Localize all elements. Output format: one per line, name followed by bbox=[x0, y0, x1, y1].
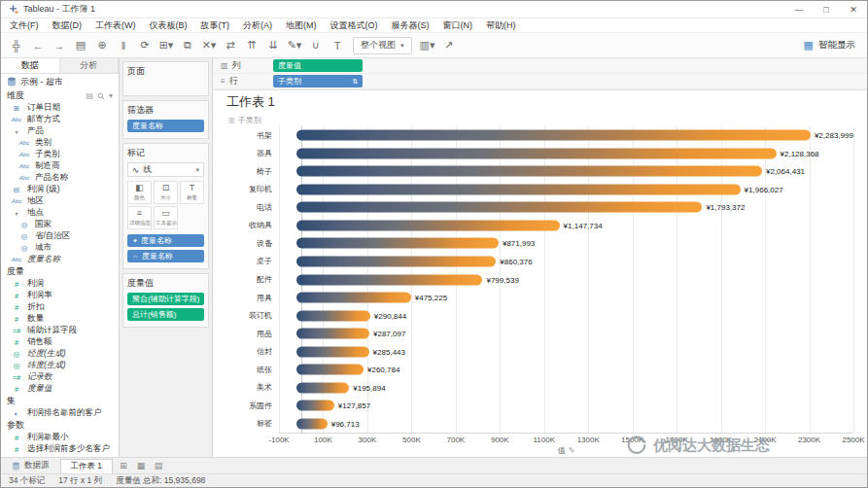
sidebar-tab[interactable]: 分析 bbox=[60, 58, 120, 73]
bar-capsule[interactable] bbox=[296, 166, 762, 177]
dimension-field-item[interactable]: ◎ 省/自治区 bbox=[1, 230, 119, 242]
chevron-down-icon[interactable]: ▾ bbox=[109, 91, 113, 100]
bar-capsule[interactable] bbox=[296, 256, 497, 266]
row-field-label[interactable]: ▥ 子类别 bbox=[225, 114, 853, 126]
dimension-field-item[interactable]: Abc 邮寄方式 bbox=[1, 114, 119, 125]
new-worksheet-icon[interactable]: ⊞▾ bbox=[156, 36, 176, 55]
category-label[interactable]: 椅子 bbox=[225, 166, 279, 177]
tooltip-button[interactable]: ▭ 工具提示 bbox=[154, 206, 178, 229]
dimension-field-item[interactable]: ⊞ 订单日期 bbox=[1, 102, 119, 114]
category-label[interactable]: 纸张 bbox=[225, 365, 279, 375]
bar-capsule[interactable] bbox=[296, 293, 411, 303]
measure-field-item[interactable]: # 折扣 bbox=[1, 301, 119, 313]
bar-capsule[interactable] bbox=[296, 382, 350, 393]
marks-card[interactable]: 标记 ∿ 线 ▾ ◧ 颜色 ⊡ 大小 T 标签 bbox=[122, 143, 209, 269]
menu-item[interactable]: 数据(D) bbox=[46, 19, 89, 32]
view-options-icon[interactable]: ▤ bbox=[86, 91, 93, 100]
measure-field-item[interactable]: # 利润率 bbox=[1, 290, 119, 301]
menu-item[interactable]: 窗口(N) bbox=[436, 19, 480, 32]
measure-field-item[interactable]: # 数量 bbox=[1, 313, 119, 325]
measure-field-item[interactable]: =# 辅助计算字段 bbox=[1, 325, 119, 336]
show-hide-cards-icon[interactable]: ▥▾ bbox=[418, 36, 437, 55]
category-label[interactable]: 用品 bbox=[225, 329, 279, 339]
category-label[interactable]: 器具 bbox=[225, 148, 279, 158]
datasource-item[interactable]: 示例 - 超市 bbox=[1, 74, 119, 89]
measure-field-item[interactable]: # 销售额 bbox=[1, 336, 119, 348]
minimize-button[interactable]: — bbox=[785, 1, 813, 17]
bar-capsule[interactable] bbox=[296, 220, 560, 230]
clear-sheet-icon[interactable]: ✕▾ bbox=[199, 36, 219, 55]
tableau-logo-icon[interactable]: ╬ bbox=[7, 36, 26, 55]
menu-item[interactable]: 服务器(S) bbox=[385, 19, 436, 32]
bar-capsule[interactable] bbox=[296, 130, 811, 141]
category-label[interactable]: 信封 bbox=[225, 346, 279, 357]
category-label[interactable]: 配件 bbox=[225, 274, 279, 285]
category-label[interactable]: 书架 bbox=[225, 130, 279, 141]
pause-updates-icon[interactable]: ‖ bbox=[114, 36, 133, 55]
category-label[interactable]: 收纳具 bbox=[225, 220, 279, 230]
set-item[interactable]: ◐ 利润排名靠前的客户 bbox=[1, 407, 119, 419]
new-story-tab-icon[interactable]: ▤ bbox=[151, 460, 166, 472]
menu-item[interactable]: 设置格式(O) bbox=[324, 19, 385, 32]
pages-card[interactable]: 页面 bbox=[122, 61, 209, 96]
category-label[interactable]: 美术 bbox=[225, 382, 279, 393]
dimension-field-item[interactable]: ▾ 地点 bbox=[1, 207, 119, 219]
sheet-tab-active[interactable]: 工作表 1 bbox=[60, 459, 114, 473]
category-label[interactable]: 装订机 bbox=[225, 310, 279, 321]
measure-field-item[interactable]: ◎ 纬度(生成) bbox=[1, 360, 119, 371]
category-label[interactable]: 系固件 bbox=[225, 401, 279, 411]
fit-dropdown[interactable]: 整个视图 ▾ bbox=[353, 37, 412, 54]
rows-shelf[interactable]: ≡ 行 子类别 ⇅ bbox=[213, 74, 867, 89]
dimension-field-item[interactable]: Abc 地区 bbox=[1, 195, 119, 207]
category-label[interactable]: 设备 bbox=[225, 238, 279, 249]
bar-capsule[interactable] bbox=[296, 418, 328, 429]
filters-card[interactable]: 筛选器 度量名称 bbox=[122, 100, 209, 139]
measure-values-pill[interactable]: 聚合(辅助计算字段) bbox=[127, 293, 204, 305]
add-datasource-icon[interactable]: ⊕ bbox=[92, 36, 112, 55]
parameter-item[interactable]: # 选择利润前多少名客户 bbox=[1, 443, 119, 455]
bar-capsule[interactable] bbox=[296, 310, 370, 321]
marks-pill[interactable]: ⇔ 度量名称 bbox=[127, 250, 204, 262]
sort-ascending-icon[interactable]: ⇈ bbox=[242, 36, 261, 55]
bar-capsule[interactable] bbox=[296, 401, 334, 411]
new-worksheet-tab-icon[interactable]: ⊞ bbox=[116, 460, 131, 472]
measure-field-item[interactable]: # 利润 bbox=[1, 278, 119, 290]
bar-capsule[interactable] bbox=[296, 274, 483, 285]
category-label[interactable]: 电话 bbox=[225, 202, 279, 213]
menu-item[interactable]: 分析(A) bbox=[236, 19, 279, 32]
sidebar-tab[interactable]: 数据 bbox=[1, 58, 60, 73]
search-icon[interactable] bbox=[97, 92, 105, 100]
dimension-field-item[interactable]: Abc 度量名称 bbox=[1, 254, 119, 265]
category-label[interactable]: 复印机 bbox=[225, 184, 279, 194]
duplicate-icon[interactable]: ⧉ bbox=[178, 36, 197, 55]
bar-capsule[interactable] bbox=[296, 346, 369, 357]
menu-item[interactable]: 故事(T) bbox=[194, 19, 237, 32]
measure-field-item[interactable]: =# 记录数 bbox=[1, 371, 119, 383]
detail-button[interactable]: ≡ 详细信息 bbox=[127, 206, 152, 229]
bar-capsule[interactable] bbox=[296, 148, 777, 158]
save-icon[interactable]: ▤ bbox=[71, 36, 90, 55]
filter-pill[interactable]: 度量名称 bbox=[127, 120, 204, 132]
measure-field-item[interactable]: # 度量值 bbox=[1, 383, 119, 395]
columns-shelf[interactable]: ▥ 列 度量值 bbox=[213, 58, 867, 74]
highlight-icon[interactable]: ✎▾ bbox=[285, 36, 304, 55]
maximize-button[interactable]: □ bbox=[813, 1, 840, 17]
close-button[interactable]: ✕ bbox=[840, 1, 867, 17]
menu-item[interactable]: 文件(F) bbox=[3, 19, 46, 32]
category-label[interactable]: 标签 bbox=[225, 418, 279, 429]
new-dashboard-tab-icon[interactable]: ▦ bbox=[133, 460, 149, 472]
bar-capsule[interactable] bbox=[296, 184, 741, 194]
show-me-button[interactable]: ▦ 智能显示 bbox=[798, 39, 861, 52]
bar-capsule[interactable] bbox=[296, 238, 499, 249]
sort-descending-icon[interactable]: ⇊ bbox=[263, 36, 283, 55]
bar-capsule[interactable] bbox=[296, 365, 364, 375]
menu-item[interactable]: 仪表板(B) bbox=[143, 19, 194, 32]
bar-capsule[interactable] bbox=[296, 329, 369, 339]
label-button[interactable]: T 标签 bbox=[180, 181, 204, 204]
measure-values-card[interactable]: 度量值 聚合(辅助计算字段) 总计(销售额) bbox=[122, 273, 209, 328]
menu-item[interactable]: 帮助(H) bbox=[479, 19, 523, 32]
redo-icon[interactable]: → bbox=[50, 36, 69, 55]
share-icon[interactable]: ↗ bbox=[439, 36, 459, 55]
category-label[interactable]: 用具 bbox=[225, 293, 279, 303]
size-button[interactable]: ⊡ 大小 bbox=[154, 181, 178, 204]
